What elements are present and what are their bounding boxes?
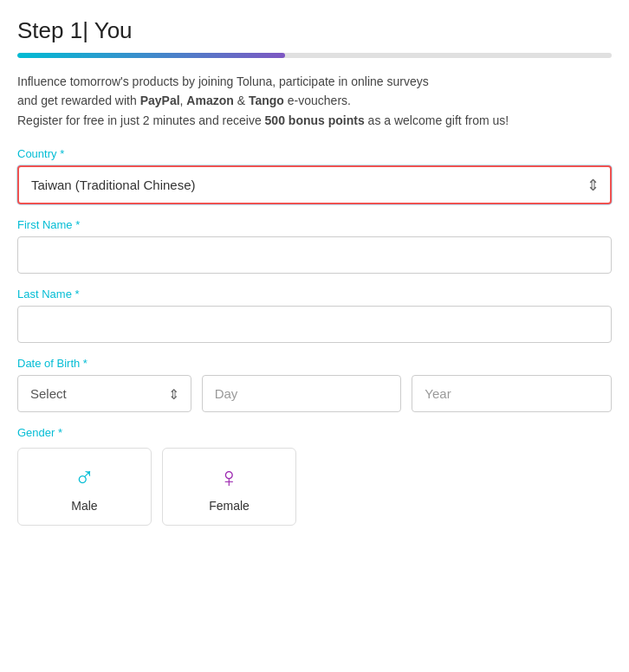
gender-field-group: Gender * ♂ Male ♀ Female	[17, 426, 612, 526]
dob-month-wrapper: Select January February March ⇕	[17, 375, 191, 412]
gender-male-label: Male	[71, 499, 97, 513]
female-icon: ♀	[219, 462, 240, 494]
first-name-input[interactable]	[17, 236, 612, 274]
progress-bar-fill	[17, 53, 285, 58]
dob-year-input[interactable]	[412, 375, 612, 412]
description-bonus: 500 bonus points	[265, 113, 365, 127]
dob-label: Date of Birth *	[17, 357, 612, 370]
last-name-label: Last Name *	[17, 288, 612, 300]
description-line3-end: as a welcome gift from us!	[365, 113, 509, 127]
description-paypal: PayPal	[140, 94, 180, 107]
description-text: Influence tomorrow's products by joining…	[17, 72, 612, 130]
first-name-field-group: First Name *	[17, 218, 612, 274]
description-line3-start: Register for free in just 2 minutes and …	[17, 113, 265, 127]
country-select-wrapper: Taiwan (Traditional Chinese) ⇕	[17, 165, 612, 204]
last-name-input[interactable]	[17, 306, 612, 343]
gender-female-label: Female	[209, 499, 250, 513]
gender-male-card[interactable]: ♂ Male	[17, 448, 152, 526]
description-tango: Tango	[249, 94, 284, 107]
first-name-label: First Name *	[17, 218, 612, 231]
dob-day-input[interactable]	[202, 375, 402, 412]
page-title: Step 1| You	[17, 17, 612, 44]
gender-female-card[interactable]: ♀ Female	[162, 448, 296, 526]
progress-bar	[17, 53, 612, 58]
country-select[interactable]: Taiwan (Traditional Chinese)	[17, 165, 612, 204]
description-sep2: &	[234, 94, 249, 107]
description-line2-end: e-vouchers.	[284, 94, 351, 107]
country-field-group: Country * Taiwan (Traditional Chinese) ⇕	[17, 147, 612, 204]
description-line2-start: and get rewarded with	[17, 94, 140, 107]
description-amazon: Amazon	[186, 94, 233, 107]
male-icon: ♂	[75, 462, 95, 494]
dob-field-group: Date of Birth * Select January February …	[17, 357, 612, 412]
dob-row: Select January February March ⇕	[17, 375, 612, 412]
description-line1: Influence tomorrow's products by joining…	[17, 74, 429, 88]
gender-row: ♂ Male ♀ Female	[17, 448, 612, 526]
last-name-field-group: Last Name *	[17, 288, 612, 343]
gender-label: Gender *	[17, 426, 612, 439]
dob-month-select[interactable]: Select January February March	[17, 375, 191, 412]
country-label: Country *	[17, 147, 612, 160]
